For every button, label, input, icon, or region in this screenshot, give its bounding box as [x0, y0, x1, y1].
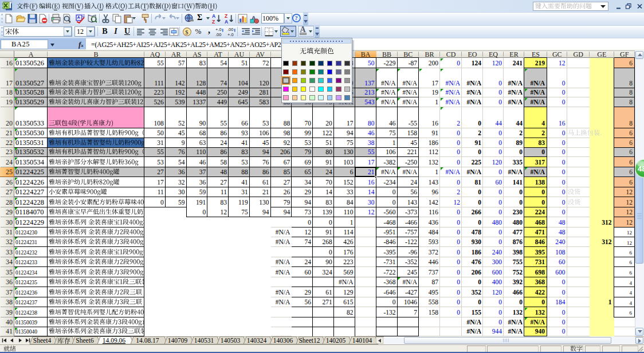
svg-text:.00: .00: [215, 32, 221, 37]
svg-text:A: A: [225, 19, 228, 23]
svg-text:Z: Z: [212, 19, 215, 23]
svg-text:A: A: [252, 14, 256, 21]
svg-text:+.0: +.0: [227, 32, 234, 37]
svg-text:?: ?: [295, 15, 298, 21]
svg-text:48: 48: [638, 164, 644, 173]
svg-text:$: $: [185, 29, 188, 36]
